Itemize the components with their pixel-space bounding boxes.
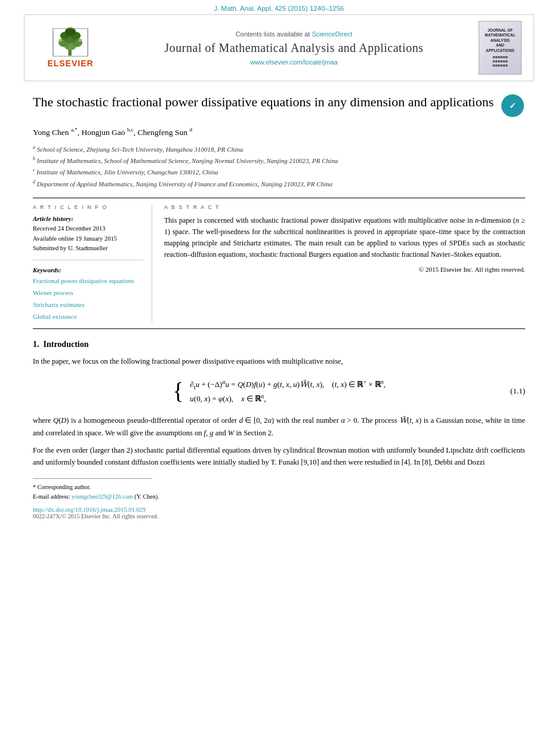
keyword-1[interactable]: Fractional power dissipative equations [33,275,143,287]
equation-1-1: { ∂tu + (−Δ)αu = Q(D)f(u) + g(t, x, u)W̃… [33,379,525,404]
keywords-label: Keywords: [33,266,143,273]
received-date: Received 24 December 2013 [33,224,143,234]
author-email[interactable]: youngchen329@126.com [72,493,133,500]
keywords-box: Keywords: Fractional power dissipative e… [33,266,143,322]
keyword-4[interactable]: Global existence [33,311,143,323]
history-label: Article history: [33,215,143,222]
introduction-title: 1. Introduction [33,340,525,349]
equation-lines: ∂tu + (−Δ)αu = Q(D)f(u) + g(t, x, u)W̃(t… [190,379,386,404]
article-info-header: A R T I C L E I N F O [33,204,143,210]
abstract-header: A B S T R A C T [164,204,525,210]
journal-thumbnail-area: Journal ofMathematicalAnalysisandApplica… [479,21,526,75]
available-date: Available online 19 January 2015 [33,234,143,244]
two-column-section: A R T I C L E I N F O Article history: R… [33,204,525,323]
doi-section: http://dx.doi.org/10.1016/j.jmaa.2015.01… [33,506,525,513]
email-note: E-mail address: youngchen329@126.com (Y.… [33,492,525,502]
citation-text: J. Math. Anal. Appl. 425 (2015) 1240–125… [214,5,344,12]
intro-para1: In the paper, we focus on the following … [33,355,525,368]
doi-link[interactable]: http://dx.doi.org/10.1016/j.jmaa.2015.01… [33,506,146,513]
article-title-area: The stochastic fractional power dissipat… [33,93,525,118]
crossmark-icon: ✓ [505,98,520,113]
left-brace: { [172,379,184,403]
intro-para2: where Q(D) is a homogeneous pseudo-diffe… [33,414,525,439]
journal-info: Contents lists available at ScienceDirec… [115,30,473,66]
footnote-divider [33,478,152,479]
keyword-3[interactable]: Strichartz estimates [33,299,143,311]
journal-url[interactable]: www.elsevier.com/locate/jmaa [115,59,473,66]
equation-content: { ∂tu + (−Δ)αu = Q(D)f(u) + g(t, x, u)W̃… [172,379,386,404]
svg-text:✓: ✓ [509,101,516,110]
elsevier-brand-text: ELSEVIER [47,59,93,68]
crossmark-badge[interactable]: ✓ [501,94,525,118]
elsevier-logo-area: ELSEVIER [32,27,109,68]
journal-thumbnail: Journal ofMathematicalAnalysisandApplica… [479,21,522,75]
history-box: Article history: Received 24 December 20… [33,215,143,260]
footnote-area: * Corresponding author. E-mail address: … [33,483,525,502]
affiliations: a School of Science, Zhejiang Sci-Tech U… [33,143,525,189]
divider-2 [33,328,525,329]
page: J. Math. Anal. Appl. 425 (2015) 1240–125… [0,0,558,756]
elsevier-tree-icon [47,27,94,57]
submitted-by: Submitted by U. Stadtmueller [33,244,143,254]
abstract-column: A B S T R A C T This paper is concerned … [164,204,525,323]
eq-line-1: ∂tu + (−Δ)αu = Q(D)f(u) + g(t, x, u)W̃(t… [190,379,386,391]
sciencedirect-link[interactable]: ScienceDirect [312,30,352,38]
equation-number: (1.1) [510,386,525,396]
abstract-text: This paper is concerned with stochastic … [164,215,525,261]
citation-bar: J. Math. Anal. Appl. 425 (2015) 1240–125… [0,0,558,14]
divider-1 [33,198,525,198]
corresponding-note: * Corresponding author. [33,483,525,492]
keyword-2[interactable]: Wiener process [33,287,143,299]
journal-title: Journal of Mathematical Analysis and App… [115,41,473,55]
eq-line-2: u(0, x) = φ(x), x ∈ ℝn, [190,393,386,404]
authors-line: Yong Chen a,*, Hongjun Gao b,c, Chengfen… [33,127,525,137]
article-title: The stochastic fractional power dissipat… [33,93,495,111]
journal-header: ELSEVIER Contents lists available at Sci… [24,14,534,81]
main-content: The stochastic fractional power dissipat… [0,81,558,531]
svg-point-9 [79,39,82,42]
intro-para3: For the even order (larger than 2) stoch… [33,444,525,469]
issn-line: 0022-247X/© 2015 Elsevier Inc. All right… [33,513,525,520]
copyright-text: © 2015 Elsevier Inc. All rights reserved… [164,266,525,273]
article-info-column: A R T I C L E I N F O Article history: R… [33,204,152,323]
svg-point-8 [59,39,62,42]
available-text: Contents lists available at ScienceDirec… [115,30,473,38]
